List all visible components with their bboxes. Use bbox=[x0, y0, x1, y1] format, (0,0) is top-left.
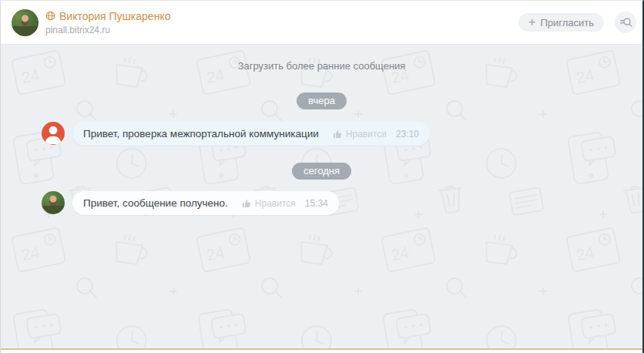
message-row: Привет, проверка межпортальной коммуника… bbox=[42, 122, 430, 146]
invite-button[interactable]: + Пригласить bbox=[518, 13, 604, 32]
chat-area: 24 bbox=[1, 45, 642, 348]
portal-domain: pinall.bitrix24.ru bbox=[45, 25, 170, 35]
sender-avatar[interactable] bbox=[42, 191, 65, 214]
load-earlier-link[interactable]: Загрузить более ранние сообщения bbox=[238, 60, 406, 72]
message-text: Привет, проверка межпортальной коммуника… bbox=[83, 128, 319, 140]
like-label: Нравится bbox=[346, 129, 387, 140]
thumb-up-icon bbox=[242, 199, 251, 208]
message-text: Привет, сообщение получено. bbox=[83, 197, 228, 209]
messenger-window: Виктория Пушкаренко pinall.bitrix24.ru +… bbox=[0, 0, 644, 353]
message-time: 23:10 bbox=[396, 129, 419, 140]
extranet-globe-icon bbox=[45, 11, 55, 21]
like-button[interactable]: Нравится bbox=[333, 129, 387, 140]
message-list: Загрузить более ранние сообщения вчера П… bbox=[1, 45, 642, 215]
header-actions: + Пригласить bbox=[518, 12, 636, 33]
plus-icon: + bbox=[528, 16, 535, 29]
search-icon bbox=[619, 15, 632, 29]
search-button[interactable] bbox=[615, 12, 636, 33]
person-icon bbox=[42, 122, 65, 145]
date-separator-today: сегодня bbox=[292, 163, 351, 180]
chat-title[interactable]: Виктория Пушкаренко bbox=[59, 10, 170, 22]
like-button[interactable]: Нравится bbox=[242, 198, 296, 209]
message-bubble: Привет, проверка межпортальной коммуника… bbox=[72, 122, 430, 146]
sender-avatar[interactable] bbox=[42, 122, 65, 145]
like-label: Нравится bbox=[255, 198, 296, 209]
chat-header: Виктория Пушкаренко pinall.bitrix24.ru +… bbox=[1, 1, 642, 45]
invite-button-label: Пригласить bbox=[540, 17, 594, 29]
user-avatar[interactable] bbox=[12, 9, 39, 36]
thumb-up-icon bbox=[333, 129, 342, 139]
message-row: Привет, сообщение получено. Нравится 15:… bbox=[42, 191, 339, 215]
message-time: 15:34 bbox=[305, 198, 328, 209]
input-area-edge bbox=[1, 350, 642, 353]
message-bubble: Привет, сообщение получено. Нравится 15:… bbox=[72, 191, 339, 215]
header-user-info: Виктория Пушкаренко pinall.bitrix24.ru bbox=[45, 10, 170, 35]
date-separator-yesterday: вчера bbox=[297, 92, 347, 109]
